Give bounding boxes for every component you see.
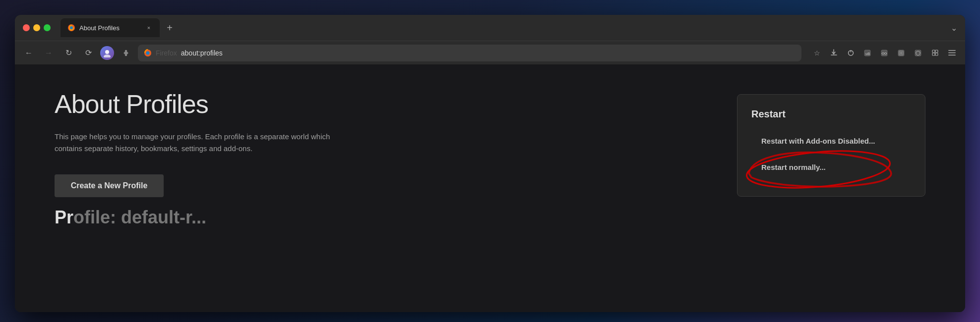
browser-window: About Profiles × + ⌄ ← → ↻ ⟳ (15, 15, 965, 312)
svg-rect-19 (935, 53, 938, 55)
svg-rect-16 (932, 50, 935, 53)
active-tab[interactable]: About Profiles × (61, 18, 160, 37)
content-area: About Profiles This page helps you to ma… (15, 64, 965, 312)
svg-rect-21 (948, 53, 956, 54)
svg-rect-17 (935, 50, 938, 53)
download-icon[interactable] (826, 46, 841, 60)
page-title: About Profiles (55, 89, 717, 119)
url-separator: Firefox (156, 49, 177, 57)
traffic-lights (23, 24, 51, 31)
create-profile-button[interactable]: Create a New Profile (55, 174, 164, 197)
svg-text:uB: uB (865, 52, 870, 55)
url-text: about:profiles (181, 49, 223, 57)
shield-extension-icon[interactable] (911, 46, 925, 60)
main-content: About Profiles This page helps you to ma… (55, 89, 717, 287)
minimize-window-button[interactable] (33, 24, 40, 31)
svg-point-5 (146, 51, 150, 54)
restart-panel-title: Restart (751, 108, 911, 120)
svg-point-1 (70, 26, 73, 29)
restart-with-addons-disabled-button[interactable]: Restart with Add-ons Disabled... (751, 130, 911, 152)
forward-button[interactable]: → (41, 45, 57, 61)
bookmark-star-icon[interactable]: ☆ (809, 46, 824, 60)
tab-bar: About Profiles × + (61, 18, 945, 37)
ub-extension-icon[interactable]: uB (860, 46, 875, 60)
power-icon[interactable] (843, 46, 858, 60)
title-bar: About Profiles × + ⌄ (15, 15, 965, 41)
close-window-button[interactable] (23, 24, 30, 31)
reload-button[interactable]: ↻ (61, 45, 76, 61)
url-bar[interactable]: Firefox about:profiles (138, 45, 801, 61)
new-tab-button[interactable]: + (162, 20, 178, 36)
url-favicon (144, 49, 152, 57)
glasses-extension-icon[interactable] (877, 46, 892, 60)
toolbar-icons: ☆ uB (809, 46, 959, 60)
svg-rect-14 (900, 52, 903, 54)
tab-favicon (67, 24, 75, 32)
svg-rect-18 (932, 53, 935, 55)
reload-alt-button[interactable]: ⟳ (80, 45, 96, 61)
nav-bar: ← → ↻ ⟳ Firefox about:profil (15, 41, 965, 64)
svg-point-3 (104, 54, 111, 57)
tab-close-button[interactable]: × (145, 24, 153, 32)
key-extension-icon[interactable] (894, 46, 909, 60)
maximize-window-button[interactable] (44, 24, 51, 31)
extensions-icon[interactable] (927, 46, 942, 60)
svg-rect-20 (948, 50, 956, 51)
tab-title: About Profiles (79, 24, 141, 32)
restart-panel: Restart Restart with Add-ons Disabled...… (737, 94, 925, 197)
profile-avatar-button[interactable] (100, 46, 114, 60)
profiles-default-label: Profile: default-r... (55, 207, 717, 228)
tab-list-button[interactable]: ⌄ (951, 23, 957, 33)
svg-point-2 (105, 50, 109, 54)
menu-icon[interactable] (944, 46, 959, 60)
customize-button[interactable] (118, 45, 134, 61)
restart-normally-button[interactable]: Restart normally... (751, 156, 911, 178)
svg-rect-22 (948, 55, 956, 56)
back-button[interactable]: ← (21, 45, 37, 61)
page-description: This page helps you to manage your profi… (55, 131, 352, 155)
